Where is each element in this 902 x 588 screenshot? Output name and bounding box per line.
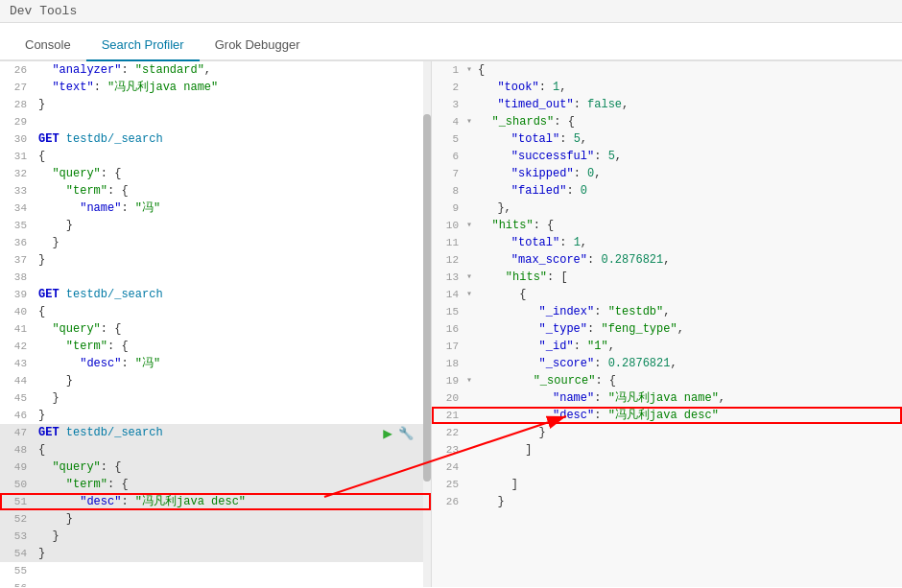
editor-line: 47 GET testdb/_search — [0, 424, 431, 441]
line-number: 42 — [0, 338, 35, 355]
editor-line: 53 } — [0, 528, 431, 545]
line-content: "took": 1, — [480, 79, 902, 96]
line-number: 18 — [432, 355, 466, 372]
line-content: } — [35, 234, 431, 251]
line-number: 26 — [432, 493, 466, 510]
line-content: } — [35, 217, 431, 234]
editor-line: 39 GET testdb/_search — [0, 286, 431, 303]
fold-icon[interactable]: ▾ — [466, 269, 472, 286]
line-number: 27 — [0, 79, 35, 96]
output-line: 6 "successful": 5, — [432, 148, 902, 165]
line-number: 16 — [432, 320, 466, 338]
title-bar: Dev Tools — [0, 0, 902, 23]
line-number: 17 — [432, 338, 466, 355]
line-number: 34 — [0, 200, 35, 217]
line-content: { — [474, 286, 902, 303]
editor-line: 46 } — [0, 407, 431, 424]
line-number: 48 — [0, 441, 35, 459]
fold-icon[interactable]: ▾ — [466, 286, 472, 303]
line-number: 38 — [0, 269, 35, 286]
line-number: 19 — [432, 372, 466, 389]
output-line: 13 ▾ "hits": [ — [432, 269, 902, 286]
editor-line: 50 "term": { — [0, 476, 431, 493]
line-content: "hits": { — [474, 217, 902, 234]
line-number: 23 — [432, 441, 466, 459]
line-number: 10 — [432, 217, 466, 234]
tab-grok-debugger[interactable]: Grok Debugger — [200, 30, 316, 61]
output-line: 7 "skipped": 0, — [432, 165, 902, 182]
line-content: }, — [480, 200, 902, 217]
output-line: 18 "_score": 0.2876821, — [432, 355, 902, 372]
line-number: 22 — [432, 424, 466, 441]
line-content: "max_score": 0.2876821, — [480, 251, 902, 269]
fold-icon[interactable]: ▾ — [466, 217, 472, 234]
line-number: 1 — [432, 61, 466, 79]
line-number: 56 — [0, 579, 35, 587]
line-content: "name": "冯凡利java name", — [480, 389, 902, 407]
output-line: 25 ] — [432, 476, 902, 493]
line-content: GET testdb/_search — [35, 130, 431, 148]
editor-line: 26 "analyzer": "standard", — [0, 61, 431, 79]
editor-line: 54 } — [0, 545, 431, 562]
line-content: "desc": "冯凡利java desc" — [35, 493, 431, 510]
line-content: } — [35, 545, 431, 562]
editor-code-area[interactable]: 26 "analyzer": "standard", 27 "text": "冯… — [0, 61, 431, 587]
line-content: } — [480, 493, 902, 510]
line-content: "text": "冯凡利java name" — [35, 79, 431, 96]
editor-line: 44 } — [0, 372, 431, 389]
output-line: 21 "desc": "冯凡利java desc" — [432, 407, 902, 424]
line-content: { — [35, 148, 431, 165]
line-number: 36 — [0, 234, 35, 251]
line-content: } — [480, 424, 902, 441]
editor-line: 32 "query": { — [0, 165, 431, 182]
editor-line: 45 } — [0, 389, 431, 407]
output-panel: 1 ▾ { 2 "took": 1, 3 "timed_out": false,… — [432, 61, 902, 587]
fold-icon[interactable]: ▾ — [466, 113, 472, 130]
editor-scrollbar[interactable] — [423, 61, 431, 587]
line-content: "query": { — [35, 165, 431, 182]
app-title: Dev Tools — [10, 4, 77, 18]
output-line: 17 "_id": "1", — [432, 338, 902, 355]
output-line: 23 ] — [432, 441, 902, 459]
editor-line: 38 — [0, 269, 431, 286]
editor-line: 51 "desc": "冯凡利java desc" — [0, 493, 431, 510]
line-content: "desc": "冯" — [35, 355, 431, 372]
editor-line: 56 — [0, 579, 431, 587]
fold-icon[interactable]: ▾ — [466, 372, 472, 389]
tab-search-profiler[interactable]: Search Profiler — [86, 30, 200, 61]
editor-line: 31 { — [0, 148, 431, 165]
output-line: 10 ▾ "hits": { — [432, 217, 902, 234]
line-number: 50 — [0, 476, 35, 493]
editor-line: 41 "query": { — [0, 320, 431, 338]
editor-scrollbar-thumb[interactable] — [423, 114, 431, 482]
fold-icon[interactable]: ▾ — [466, 61, 472, 79]
line-number: 25 — [432, 476, 466, 493]
line-number: 9 — [432, 200, 466, 217]
settings-icon[interactable]: 🔧 — [398, 426, 414, 441]
output-line: 12 "max_score": 0.2876821, — [432, 251, 902, 269]
line-content: "total": 1, — [480, 234, 902, 251]
output-code-area[interactable]: 1 ▾ { 2 "took": 1, 3 "timed_out": false,… — [432, 61, 902, 587]
line-number: 6 — [432, 148, 466, 165]
line-number: 5 — [432, 130, 466, 148]
line-content: "total": 5, — [480, 130, 902, 148]
run-query-button[interactable]: ▶ — [383, 424, 392, 443]
editor-line: 52 } — [0, 510, 431, 528]
line-content: ] — [480, 441, 902, 459]
line-number: 12 — [432, 251, 466, 269]
line-content: { — [35, 303, 431, 320]
line-content: } — [35, 389, 431, 407]
line-content: "_id": "1", — [480, 338, 902, 355]
output-line: 15 "_index": "testdb", — [432, 303, 902, 320]
output-line: 22 } — [432, 424, 902, 441]
output-line: 20 "name": "冯凡利java name", — [432, 389, 902, 407]
output-line: 4 ▾ "_shards": { — [432, 113, 902, 130]
line-number: 11 — [432, 234, 466, 251]
line-number: 55 — [0, 562, 35, 579]
tab-bar: Console Search Profiler Grok Debugger — [0, 23, 902, 61]
line-number: 3 — [432, 96, 466, 113]
output-line: 19 ▾ "_source": { — [432, 372, 902, 389]
line-number: 14 — [432, 286, 466, 303]
tab-console[interactable]: Console — [10, 30, 86, 61]
line-number: 39 — [0, 286, 35, 303]
